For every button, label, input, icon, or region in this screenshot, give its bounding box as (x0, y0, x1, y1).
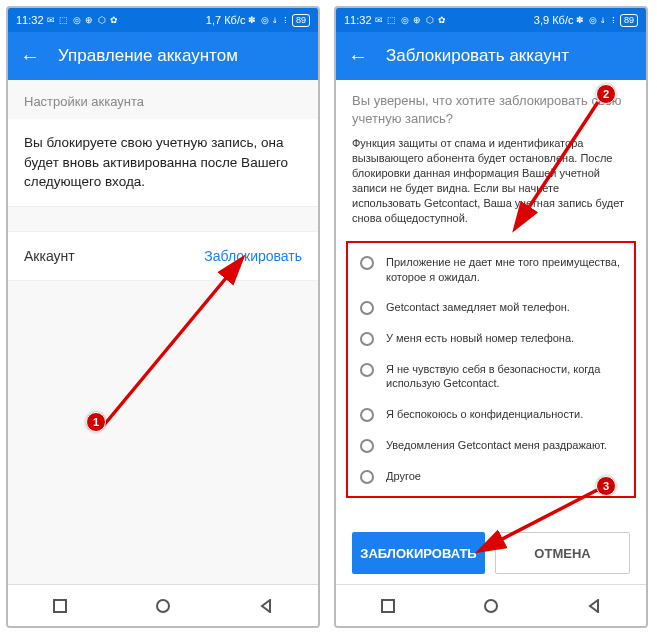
status-speed: 1,7 Кб/с (206, 14, 246, 26)
statusbar: 11:32 ✉ ⬚ ◎ ⊕ ⬡ ✿ 3,9 Кб/с ✽ ◎ ⫰ ⫶ 89 (336, 8, 646, 32)
account-row[interactable]: Аккаунт Заблокировать (8, 231, 318, 281)
reasons-box: Приложение не дает мне того преимущества… (346, 241, 636, 497)
header: ← Заблокировать аккаунт (336, 32, 646, 80)
reason-label: Я беспокоюсь о конфиденциальности. (386, 407, 583, 421)
status-icons-left: ✉ ⬚ ◎ ⊕ ⬡ ✿ (47, 15, 120, 25)
status-icons-right: ✽ ◎ ⫰ ⫶ (248, 15, 289, 25)
navbar (336, 584, 646, 626)
reason-label: Уведомления Getcontact меня раздражают. (386, 438, 607, 452)
reason-option[interactable]: Я беспокоюсь о конфиденциальности. (348, 399, 634, 430)
reason-label: У меня есть новый номер телефона. (386, 331, 574, 345)
reason-option[interactable]: У меня есть новый номер телефона. (348, 323, 634, 354)
nav-back-icon[interactable] (587, 599, 601, 613)
nav-home-icon[interactable] (156, 599, 170, 613)
header-title: Управление аккаунтом (58, 46, 238, 66)
nav-back-icon[interactable] (259, 599, 273, 613)
reason-option[interactable]: Getcontact замедляет мой телефон. (348, 292, 634, 323)
svg-rect-5 (382, 600, 394, 612)
reason-option[interactable]: Я не чувствую себя в безопасности, когда… (348, 354, 634, 399)
nav-home-icon[interactable] (484, 599, 498, 613)
header-title: Заблокировать аккаунт (386, 46, 569, 66)
status-speed: 3,9 Кб/с (534, 14, 574, 26)
reason-option[interactable]: Приложение не дает мне того преимущества… (348, 247, 634, 292)
header: ← Управление аккаунтом (8, 32, 318, 80)
reason-label: Я не чувствую себя в безопасности, когда… (386, 362, 622, 391)
callout-2: 2 (596, 84, 616, 104)
status-time: 11:32 (16, 14, 44, 26)
navbar (8, 584, 318, 626)
status-time: 11:32 (344, 14, 372, 26)
back-icon[interactable]: ← (348, 45, 368, 68)
cancel-button[interactable]: ОТМЕНА (495, 532, 630, 574)
svg-line-0 (104, 260, 241, 425)
account-label: Аккаунт (24, 248, 75, 264)
status-icons-right: ✽ ◎ ⫰ ⫶ (576, 15, 617, 25)
content-area: Настройки аккаунта Вы блокируете свою уч… (8, 80, 318, 584)
reason-label: Приложение не дает мне того преимущества… (386, 255, 622, 284)
svg-point-2 (157, 600, 169, 612)
reason-label: Другое (386, 469, 421, 483)
block-link[interactable]: Заблокировать (204, 248, 302, 264)
nav-recent-icon[interactable] (53, 599, 67, 613)
radio-icon[interactable] (360, 332, 374, 346)
back-icon[interactable]: ← (20, 45, 40, 68)
radio-icon[interactable] (360, 408, 374, 422)
block-button[interactable]: ЗАБЛОКИРОВАТЬ (352, 532, 485, 574)
radio-icon[interactable] (360, 439, 374, 453)
reason-option[interactable]: Другое (348, 461, 634, 492)
battery-indicator: 89 (292, 14, 310, 27)
reason-label: Getcontact замедляет мой телефон. (386, 300, 570, 314)
svg-point-6 (485, 600, 497, 612)
statusbar: 11:32 ✉ ⬚ ◎ ⊕ ⬡ ✿ 1,7 Кб/с ✽ ◎ ⫰ ⫶ 89 (8, 8, 318, 32)
phone-left: 11:32 ✉ ⬚ ◎ ⊕ ⬡ ✿ 1,7 Кб/с ✽ ◎ ⫰ ⫶ 89 ← … (6, 6, 320, 628)
phone-right: 11:32 ✉ ⬚ ◎ ⊕ ⬡ ✿ 3,9 Кб/с ✽ ◎ ⫰ ⫶ 89 ← … (334, 6, 648, 628)
callout-3: 3 (596, 476, 616, 496)
callout-1: 1 (86, 412, 106, 432)
radio-icon[interactable] (360, 301, 374, 315)
battery-indicator: 89 (620, 14, 638, 27)
disclaimer-text: Функция защиты от спама и идентификатора… (336, 136, 646, 235)
svg-rect-1 (54, 600, 66, 612)
reason-option[interactable]: Уведомления Getcontact меня раздражают. (348, 430, 634, 461)
radio-icon[interactable] (360, 256, 374, 270)
button-row: ЗАБЛОКИРОВАТЬ ОТМЕНА (336, 520, 646, 584)
radio-icon[interactable] (360, 470, 374, 484)
info-text: Вы блокируете свою учетную запись, она б… (8, 119, 318, 207)
nav-recent-icon[interactable] (381, 599, 395, 613)
status-icons-left: ✉ ⬚ ◎ ⊕ ⬡ ✿ (375, 15, 448, 25)
radio-icon[interactable] (360, 363, 374, 377)
section-title: Настройки аккаунта (8, 80, 318, 119)
content-area: Вы уверены, что хотите заблокировать сво… (336, 80, 646, 584)
